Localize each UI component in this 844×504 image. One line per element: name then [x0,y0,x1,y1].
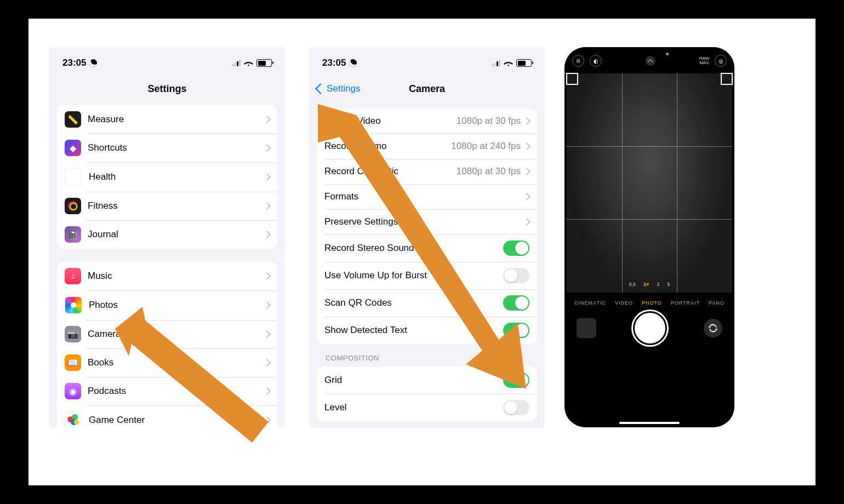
chevron-right-icon [263,173,271,181]
back-button[interactable]: Settings [317,77,360,101]
chevron-right-icon [263,301,271,309]
row-label: Books [88,357,264,368]
camera-row-level[interactable]: Level [317,394,537,421]
podcasts-icon: ◉ [65,383,81,399]
row-label: Music [88,271,264,282]
camera-row-grid[interactable]: Grid [317,366,537,394]
settings-row-photos[interactable]: Photos [57,290,277,320]
battery-icon [516,59,532,67]
raw-toggle[interactable]: RAW MAX [699,56,709,65]
live-photo-icon[interactable]: ◎ [715,55,727,67]
chevron-right-icon [263,202,271,210]
camera-row-record-cinematic[interactable]: Record Cinematic1080p at 30 fps [317,159,537,184]
row-label: Record Slo-mo [324,141,451,152]
chevron-right-icon [263,231,271,238]
game-center-icon [65,411,82,427]
row-label: Journal [88,229,264,240]
camera-controls-chevron-icon[interactable] [646,56,655,66]
toggle-show-detected-text[interactable] [503,323,529,338]
row-label: Podcasts [88,386,264,397]
dnd-moon-icon [89,58,99,68]
camera-row-record-video[interactable]: Record Video1080p at 30 fps [317,108,537,134]
row-label: Game Center [89,415,264,426]
mode-photo[interactable]: PHOTO [642,300,662,306]
mode-cinematic[interactable]: CINEMATIC [574,300,606,306]
privacy-indicator-icon [666,53,669,55]
chevron-right-icon [263,330,271,338]
camera-viewfinder[interactable]: 0,51×25 [567,73,732,293]
settings-row-journal[interactable]: 📓Journal [57,220,277,249]
nav-bar: Settings [49,77,285,101]
settings-row-health[interactable]: ♥Health [57,162,277,192]
camera-title: Camera [409,83,445,95]
camera-row-record-slo-mo[interactable]: Record Slo-mo1080p at 240 fps [317,134,537,159]
row-label: Health [89,171,264,182]
chevron-right-icon [523,142,531,150]
camera-mode-selector[interactable]: CINEMATICVIDEOPHOTOPORTRAITPANO [564,293,734,311]
settings-row-measure[interactable]: 📏Measure [57,105,277,134]
chevron-right-icon [263,416,271,424]
camera-row-show-detected-text[interactable]: Show Detected Text [317,317,537,344]
status-time: 23:05 [62,58,97,68]
settings-row-books[interactable]: 📖Books [57,348,277,377]
wifi-icon [504,60,513,67]
shutter-button[interactable] [633,311,667,345]
camera-row-record-stereo-sound[interactable]: Record Stereo Sound [317,234,537,262]
row-label: Show Detected Text [324,325,503,336]
zoom-option[interactable]: 1× [643,282,649,287]
zoom-option[interactable]: 5 [667,282,670,287]
row-label: Measure [88,114,264,125]
row-label: Scan QR Codes [324,297,503,308]
camera-row-preserve-settings[interactable]: Preserve Settings [317,209,537,234]
row-label: Fitness [88,201,264,211]
row-label: Level [324,402,503,413]
settings-row-game-center[interactable]: Game Center [57,405,277,427]
chevron-right-icon [263,116,271,123]
screenshot-settings-camera: 23:05 Settings Camera Record Video1080p … [309,47,545,427]
cellular-icon [492,60,501,66]
settings-row-music[interactable]: ♪Music [57,262,277,290]
toggle-level[interactable] [503,400,529,415]
toggle-record-stereo-sound[interactable] [503,240,529,256]
zoom-selector[interactable]: 0,51×25 [629,282,670,287]
last-photo-thumbnail[interactable] [577,318,596,338]
mode-pano[interactable]: PANO [709,300,725,306]
settings-row-camera[interactable]: 📷Camera [57,320,277,348]
toggle-scan-qr-codes[interactable] [503,295,529,311]
status-bar: 23:05 [309,47,545,77]
switch-camera-button[interactable] [704,319,722,337]
screenshot-settings-main: 23:05 Settings 📏Measure◆Shortcuts♥Health… [49,47,285,427]
grid-line [567,146,732,147]
chevron-right-icon [523,168,531,175]
toggle-use-volume-up-for-burst[interactable] [503,268,529,283]
settings-row-shortcuts[interactable]: ◆Shortcuts [57,134,277,162]
fitness-icon [65,198,81,214]
settings-row-podcasts[interactable]: ◉Podcasts [57,377,277,405]
flip-camera-icon [708,323,718,333]
photos-icon [65,296,82,314]
settings-row-fitness[interactable]: Fitness [57,192,277,220]
row-label: Camera [88,329,264,340]
flash-off-icon[interactable]: ⧄ [572,55,584,67]
camera-row-scan-qr-codes[interactable]: Scan QR Codes [317,289,537,317]
nav-bar: Settings Camera [309,77,545,101]
measure-icon: 📏 [65,111,81,128]
grid-line [567,219,732,220]
cellular-icon [232,60,241,66]
music-icon: ♪ [65,268,81,284]
books-icon: 📖 [65,354,81,371]
night-mode-icon[interactable]: ◐ [590,55,602,67]
mode-video[interactable]: VIDEO [615,300,633,306]
chevron-right-icon [523,117,531,125]
home-indicator[interactable] [619,422,680,424]
zoom-option[interactable]: 0,5 [629,282,636,287]
shortcuts-icon: ◆ [65,140,81,156]
chevron-right-icon [263,387,271,395]
mode-portrait[interactable]: PORTRAIT [671,300,700,306]
camera-row-use-volume-up-for-burst[interactable]: Use Volume Up for Burst [317,262,537,289]
toggle-grid[interactable] [503,373,529,388]
back-label: Settings [327,83,360,94]
zoom-option[interactable]: 2 [657,282,659,287]
camera-row-formats[interactable]: Formats [317,184,537,209]
chevron-left-icon [315,83,326,94]
